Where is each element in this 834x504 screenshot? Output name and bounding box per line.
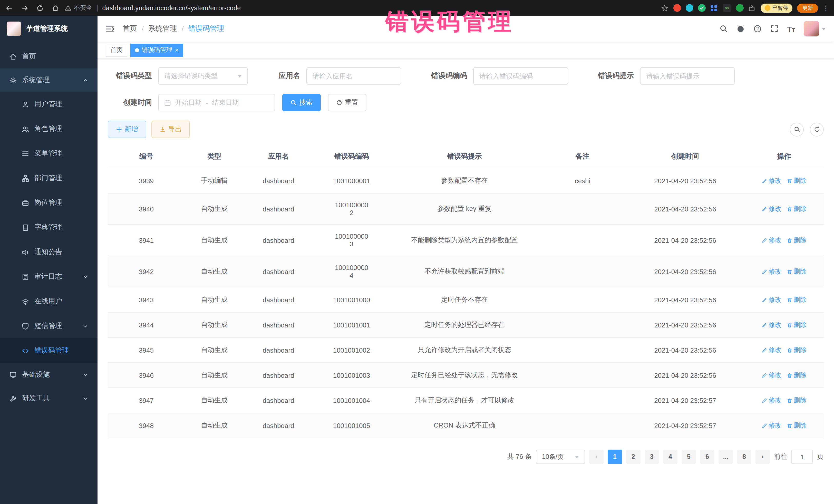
sidebar-item-home[interactable]: 首页 xyxy=(0,45,97,68)
error-type-select[interactable]: 请选择错误码类型 xyxy=(158,67,248,85)
extension-check-icon[interactable] xyxy=(698,4,705,12)
address-bar[interactable]: 不安全 | dashboard.yudao.iocoder.cn/system/… xyxy=(65,4,655,12)
next-page-button[interactable]: › xyxy=(755,450,770,464)
refresh-table-button[interactable] xyxy=(810,123,824,136)
extension-on-badge[interactable]: on xyxy=(722,4,731,12)
sidebar-item-code[interactable]: 错误码管理 xyxy=(0,338,97,363)
delete-link[interactable]: 删除 xyxy=(787,204,807,213)
search-icon[interactable] xyxy=(719,25,727,33)
page-button-5[interactable]: 5 xyxy=(682,450,696,464)
date-range-picker[interactable]: 开始日期 - 结束日期 xyxy=(158,94,275,111)
extension-grid-icon[interactable] xyxy=(710,4,718,12)
close-icon[interactable]: × xyxy=(175,47,179,53)
date-end-placeholder: 结束日期 xyxy=(212,98,239,107)
extension-red-icon[interactable] xyxy=(673,4,681,12)
browser-menu-icon[interactable]: ⋮ xyxy=(823,4,829,12)
user-menu[interactable] xyxy=(804,21,826,37)
tab-error-code[interactable]: 错误码管理 × xyxy=(130,43,183,57)
page-button-3[interactable]: 3 xyxy=(644,450,659,464)
font-size-icon[interactable]: TT xyxy=(787,24,795,33)
sidebar-item-log[interactable]: 审计日志 xyxy=(0,264,97,289)
edit-link[interactable]: 修改 xyxy=(761,321,782,329)
edit-link[interactable]: 修改 xyxy=(761,346,782,354)
forward-icon[interactable] xyxy=(21,4,29,12)
delete-link[interactable]: 删除 xyxy=(787,267,807,276)
update-button[interactable]: 更新 xyxy=(797,3,818,13)
sidebar-item-users[interactable]: 角色管理 xyxy=(0,116,97,141)
page-button-6[interactable]: 6 xyxy=(700,450,715,464)
search-button[interactable]: 搜索 xyxy=(282,94,321,111)
delete-link[interactable]: 删除 xyxy=(787,346,807,354)
fullscreen-icon[interactable] xyxy=(770,25,778,33)
edit-link[interactable]: 修改 xyxy=(761,396,782,405)
edit-link[interactable]: 修改 xyxy=(761,176,782,185)
sidebar-item-user[interactable]: 用户管理 xyxy=(0,92,97,116)
sidebar-item-online[interactable]: 在线用户 xyxy=(0,289,97,313)
sidebar-item-dict[interactable]: 字典管理 xyxy=(0,215,97,240)
sidebar-item-tool[interactable]: 研发工具 xyxy=(0,387,97,410)
sidebar-item-gear[interactable]: 系统管理 xyxy=(0,68,97,92)
github-icon[interactable] xyxy=(736,25,744,33)
edit-link[interactable]: 修改 xyxy=(761,295,782,304)
chevron-down-icon xyxy=(83,395,88,401)
reset-button[interactable]: 重置 xyxy=(328,94,367,111)
breadcrumb-home[interactable]: 首页 xyxy=(123,24,137,34)
security-warning[interactable]: 不安全 xyxy=(65,4,92,12)
breadcrumb-system[interactable]: 系统管理 xyxy=(148,24,177,34)
add-button[interactable]: 新增 xyxy=(108,120,146,138)
sidebar-item-sms[interactable]: 短信管理 xyxy=(0,313,97,338)
delete-link[interactable]: 删除 xyxy=(787,176,807,185)
app-name-input[interactable] xyxy=(306,67,401,85)
delete-link[interactable]: 删除 xyxy=(787,236,807,245)
reload-icon[interactable] xyxy=(36,4,44,12)
delete-link[interactable]: 删除 xyxy=(787,321,807,329)
extensions-puzzle-icon[interactable] xyxy=(748,4,756,12)
cell-id: 3948 xyxy=(108,413,185,438)
tab-home[interactable]: 首页 xyxy=(106,43,127,57)
date-separator: - xyxy=(206,99,208,107)
delete-link[interactable]: 删除 xyxy=(787,421,807,430)
chevron-down-icon xyxy=(822,27,826,30)
sidebar: 芋道管理系统 首页系统管理用户管理角色管理菜单管理部门管理岗位管理字典管理通知公… xyxy=(0,16,97,504)
toggle-search-button[interactable] xyxy=(790,123,804,136)
cell-code: 1001001003 xyxy=(313,363,390,388)
extension-drop-icon[interactable] xyxy=(685,4,693,12)
plus-icon xyxy=(116,126,122,132)
date-start-placeholder: 开始日期 xyxy=(175,98,202,107)
export-button[interactable]: 导出 xyxy=(151,120,190,138)
edit-link[interactable]: 修改 xyxy=(761,236,782,245)
delete-link[interactable]: 删除 xyxy=(787,295,807,304)
sidebar-item-infra[interactable]: 基础设施 xyxy=(0,363,97,387)
sidebar-item-tree[interactable]: 部门管理 xyxy=(0,166,97,191)
annotation-overlay-title: 错误码管理 xyxy=(386,6,514,37)
breadcrumb: 首页 / 系统管理 / 错误码管理 xyxy=(123,24,224,34)
goto-page-input[interactable] xyxy=(791,450,813,464)
extension-leaf-icon[interactable] xyxy=(736,4,743,12)
prev-page-button[interactable]: ‹ xyxy=(589,450,603,464)
edit-link[interactable]: 修改 xyxy=(761,204,782,213)
page-button-4[interactable]: 4 xyxy=(663,450,678,464)
error-code-input[interactable] xyxy=(473,67,568,85)
cell-hint: 不能删除类型为系统内置的参数配置 xyxy=(390,224,539,256)
delete-link[interactable]: 删除 xyxy=(787,371,807,379)
sidebar-item-menu[interactable]: 菜单管理 xyxy=(0,141,97,166)
page-size-select[interactable]: 10条/页 xyxy=(536,450,585,464)
paused-badge[interactable]: 已暂停 xyxy=(760,3,792,13)
back-icon[interactable] xyxy=(5,4,13,12)
home-icon[interactable] xyxy=(51,4,60,12)
table-toolbar: 新增 导出 xyxy=(108,120,824,138)
page-button-1[interactable]: 1 xyxy=(608,450,622,464)
page-button-2[interactable]: 2 xyxy=(626,450,640,464)
bookmark-star-icon[interactable] xyxy=(660,4,668,12)
error-hint-input[interactable] xyxy=(640,67,735,85)
hamburger-icon[interactable] xyxy=(106,25,114,32)
sidebar-item-post[interactable]: 岗位管理 xyxy=(0,191,97,215)
sidebar-item-announce[interactable]: 通知公告 xyxy=(0,240,97,264)
delete-link[interactable]: 删除 xyxy=(787,396,807,405)
edit-link[interactable]: 修改 xyxy=(761,421,782,430)
edit-link[interactable]: 修改 xyxy=(761,371,782,379)
help-icon[interactable]: ? xyxy=(753,25,761,33)
edit-link[interactable]: 修改 xyxy=(761,267,782,276)
page-button-8[interactable]: 8 xyxy=(737,450,751,464)
page-ellipsis[interactable]: ... xyxy=(719,450,733,464)
